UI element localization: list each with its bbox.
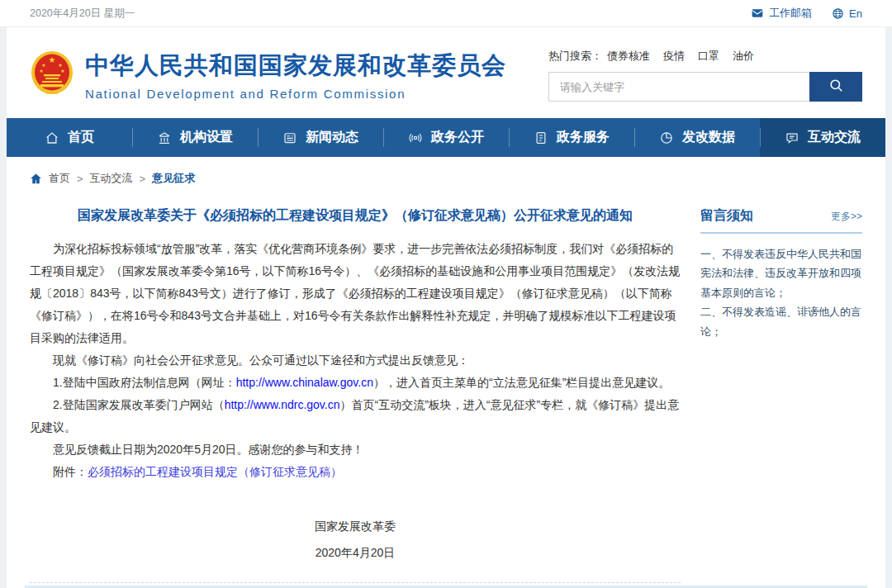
more-link[interactable]: 更多>> [831, 210, 862, 224]
work-mail-label: 工作邮箱 [769, 6, 812, 21]
article-paragraph: 为深化招标投标领域“放管服”改革，落实《优化营商环境条例》要求，进一步完善依法必… [30, 238, 681, 349]
language-switch-link[interactable]: En [832, 7, 862, 20]
breadcrumb-separator: > [77, 173, 83, 185]
breadcrumb: 首页>互动交流>意见征求 [7, 157, 885, 193]
signature-date: 2020年4月20日 [30, 539, 681, 566]
breadcrumb-item: 意见征求 [152, 171, 195, 186]
brand-text: 中华人民共和国国家发展和改革委员会 National Development a… [85, 50, 506, 101]
svg-text:★: ★ [60, 69, 64, 74]
notice-rule-item: 一、不得发表违反中华人民共和国宪法和法律、违反改革开放和四项基本原则的言论； [700, 244, 862, 302]
article-paragraph: 现就《修订稿》向社会公开征求意见。公众可通过以下途径和方式提出反馈意见： [30, 349, 681, 372]
svg-text:★: ★ [39, 69, 43, 74]
attachment-link[interactable]: 必须招标的工程建设项目规定（修订征求意见稿） [88, 465, 342, 478]
main-nav: 首页机构设置新闻动态政务公开政务服务发改数据互动交流 [7, 118, 885, 157]
work-mail-link[interactable]: 工作邮箱 [751, 6, 812, 21]
site-title-en: National Development and Reform Commissi… [85, 87, 506, 101]
breadcrumb-items: 首页>互动交流>意见征求 [49, 171, 195, 186]
inline-url-link[interactable]: http://www.chinalaw.gov.cn [236, 376, 373, 389]
article-paragraph: 1.登陆中国政府法制信息网（网址：http://www.chinalaw.gov… [30, 372, 681, 394]
nav-item-label: 新闻动态 [306, 129, 358, 146]
notice-rules: 一、不得发表违反中华人民共和国宪法和法律、违反改革开放和四项基本原则的言论；二、… [700, 244, 862, 341]
breadcrumb-item[interactable]: 互动交流 [90, 171, 133, 186]
inline-url-link[interactable]: http://www.ndrc.gov.cn [225, 398, 340, 411]
main-content: 国家发展改革委关于《必须招标的工程建设项目规定》（修订征求意见稿）公开征求意见的… [7, 193, 885, 588]
chat-icon [785, 130, 800, 145]
nav-item-label: 发改数据 [682, 129, 735, 146]
mail-icon [751, 7, 764, 20]
paragraph-text: 2.登陆国家发展改革委门户网站（ [53, 398, 225, 411]
nav-item-label: 政务公开 [431, 129, 484, 146]
nav-item-interact[interactable]: 互动交流 [760, 118, 885, 157]
signature-block: 国家发展改革委 2020年4月20日 [30, 513, 681, 566]
paragraph-text: ），进入首页主菜单的“立法意见征集”栏目提出意见建议。 [373, 376, 670, 389]
notice-title: 留言须知 [700, 207, 753, 225]
search-button[interactable] [809, 72, 862, 102]
sidebar-header: 留言须知 更多>> [700, 207, 862, 234]
svg-text:★: ★ [41, 63, 45, 68]
breadcrumb-separator: > [140, 173, 146, 185]
paragraph-text: 附件： [53, 465, 88, 478]
notice-rule-item: 二、不得发表造谣、诽谤他人的言论； [700, 302, 862, 341]
search-box [548, 72, 862, 102]
search-icon [828, 78, 844, 96]
institution-icon [157, 130, 173, 145]
breadcrumb-item[interactable]: 首页 [49, 171, 70, 186]
paragraph-text: 意见反馈截止日期为2020年5月20日。感谢您的参与和支持！ [53, 443, 364, 456]
national-emblem-logo: ★ ★ ★ ★ ★ [30, 50, 74, 101]
paragraph-text: 1.登陆中国政府法制信息网（网址： [53, 376, 236, 389]
hot-search-bar: 热门搜索： 债券核准疫情口罩油价 [548, 49, 862, 64]
nav-item-home[interactable]: 首页 [7, 118, 132, 157]
hot-search-item[interactable]: 债券核准 [607, 49, 650, 64]
pie-chart-icon [659, 130, 675, 145]
hot-search-item[interactable]: 疫情 [663, 49, 685, 64]
paragraph-text: 为深化招标投标领域“放管服”改革，落实《优化营商环境条例》要求，进一步完善依法必… [30, 242, 680, 344]
home-icon [45, 130, 60, 145]
site-title-zh: 中华人民共和国国家发展和改革委员会 [85, 50, 506, 83]
nav-item-label: 互动交流 [808, 129, 861, 146]
nav-item-data[interactable]: 发改数据 [634, 118, 760, 157]
site-brand[interactable]: ★ ★ ★ ★ ★ 中华人民共和国国家发展和改革委员会 National Dev… [30, 50, 506, 101]
nav-item-service[interactable]: 政务服务 [509, 118, 634, 157]
nav-item-label: 首页 [68, 129, 94, 146]
nav-item-open[interactable]: 政务公开 [383, 118, 509, 157]
language-label: En [849, 7, 862, 20]
hot-search-items: 债券核准疫情口罩油价 [607, 49, 754, 64]
topbar-links: 工作邮箱 En [751, 6, 862, 21]
article-paragraph: 意见反馈截止日期为2020年5月20日。感谢您的参与和支持！ [30, 439, 681, 461]
signature-name: 国家发展改革委 [30, 513, 681, 539]
article-paragraph: 附件：必须招标的工程建设项目规定（修订征求意见稿） [30, 461, 681, 483]
sidebar-notice-panel: 留言须知 更多>> 一、不得发表违反中华人民共和国宪法和法律、违反改革开放和四项… [700, 207, 862, 588]
topbar: 2020年4月20日 星期一 工作邮箱 En [0, 0, 892, 27]
hot-search-item[interactable]: 油价 [733, 49, 754, 64]
broadcast-icon [408, 130, 424, 145]
dashed-divider [30, 582, 681, 583]
home-icon [30, 173, 42, 185]
nav-item-label: 机构设置 [180, 129, 233, 146]
hot-search-item[interactable]: 口罩 [698, 49, 719, 64]
search-area: 热门搜索： 债券核准疫情口罩油价 [548, 49, 862, 102]
article-paragraph: 2.登陆国家发展改革委门户网站（http://www.ndrc.gov.cn）首… [30, 394, 681, 439]
current-date: 2020年4月20日 星期一 [30, 7, 135, 21]
hot-search-label: 热门搜索： [548, 49, 602, 64]
search-input[interactable] [548, 72, 809, 102]
nav-item-news[interactable]: 新闻动态 [258, 118, 383, 157]
paragraph-text: 现就《修订稿》向社会公开征求意见。公众可通过以下途径和方式提出反馈意见： [53, 353, 469, 367]
article-body: 为深化招标投标领域“放管服”改革，落实《优化营商环境条例》要求，进一步完善依法必… [30, 238, 681, 483]
news-icon [282, 130, 298, 145]
svg-text:★: ★ [49, 55, 56, 64]
globe-icon [832, 7, 844, 20]
site-header: ★ ★ ★ ★ ★ 中华人民共和国国家发展和改革委员会 National Dev… [7, 27, 885, 118]
article-title: 国家发展改革委关于《必须招标的工程建设项目规定》（修订征求意见稿）公开征求意见的… [30, 206, 681, 225]
svg-text:★: ★ [58, 63, 62, 68]
article: 国家发展改革委关于《必须招标的工程建设项目规定》（修订征求意见稿）公开征求意见的… [30, 195, 681, 588]
nav-item-label: 政务服务 [557, 129, 610, 146]
nav-item-org[interactable]: 机构设置 [132, 118, 258, 157]
page-container: ★ ★ ★ ★ ★ 中华人民共和国国家发展和改革委员会 National Dev… [7, 27, 885, 588]
document-icon [534, 130, 549, 145]
